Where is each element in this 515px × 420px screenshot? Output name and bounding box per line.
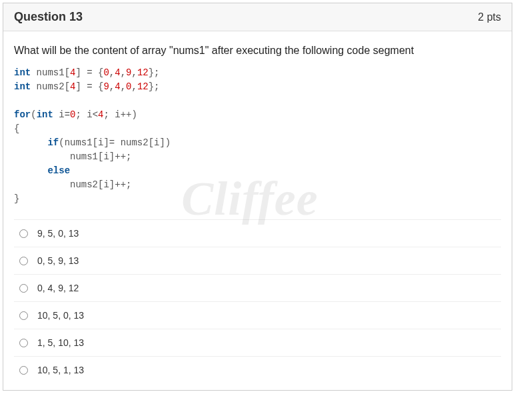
question-body: Cliffee What will be the content of arra… (3, 31, 512, 390)
answer-option[interactable]: 10, 5, 0, 13 (14, 302, 501, 329)
answer-option[interactable]: 0, 4, 9, 12 (14, 275, 501, 302)
answer-options: 9, 5, 0, 13 0, 5, 9, 13 0, 4, 9, 12 10, … (14, 219, 501, 383)
radio-icon[interactable] (19, 229, 28, 238)
answer-option[interactable]: 0, 5, 9, 13 (14, 247, 501, 275)
question-header: Question 13 2 pts (3, 3, 512, 31)
radio-icon[interactable] (19, 366, 28, 375)
answer-option[interactable]: 10, 5, 1, 13 (14, 357, 501, 383)
option-label: 9, 5, 0, 13 (37, 228, 79, 239)
question-card: Question 13 2 pts Cliffee What will be t… (3, 3, 512, 391)
code-block: int nums1[4] = {0,4,9,12}; int nums2[4] … (14, 66, 501, 206)
question-title: Question 13 (14, 10, 83, 24)
radio-icon[interactable] (19, 339, 28, 347)
radio-icon[interactable] (19, 284, 28, 293)
option-label: 10, 5, 1, 13 (37, 365, 84, 375)
question-points: 2 pts (478, 11, 501, 23)
radio-icon[interactable] (19, 311, 28, 320)
answer-option[interactable]: 9, 5, 0, 13 (14, 220, 501, 247)
option-label: 0, 5, 9, 13 (37, 255, 79, 266)
option-label: 10, 5, 0, 13 (37, 310, 84, 321)
radio-icon[interactable] (19, 257, 28, 265)
question-prompt: What will be the content of array "nums1… (14, 45, 501, 57)
option-label: 1, 5, 10, 13 (37, 337, 84, 348)
option-label: 0, 4, 9, 12 (37, 283, 79, 293)
answer-option[interactable]: 1, 5, 10, 13 (14, 329, 501, 357)
